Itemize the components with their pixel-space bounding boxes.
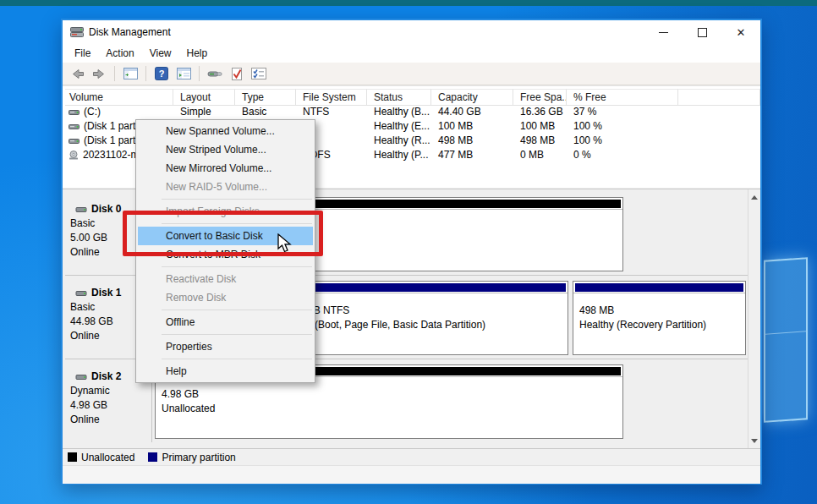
menu-item-new-raid5-volume: New RAID-5 Volume... <box>138 178 313 196</box>
menu-item-properties[interactable]: Properties <box>138 337 313 356</box>
menu-file[interactable]: File <box>67 45 98 62</box>
disk-1-partition-recovery[interactable]: 498 MB Healthy (Recovery Partition) <box>573 281 746 355</box>
volume-free-space: 498 MB <box>513 134 567 148</box>
drive-icon <box>75 205 87 214</box>
minimize-button[interactable] <box>644 20 683 44</box>
menu-separator <box>162 199 312 200</box>
column-header-layout[interactable]: Layout <box>173 89 235 106</box>
minimize-icon <box>659 32 668 33</box>
device-properties-button[interactable] <box>206 65 224 83</box>
menu-item-offline[interactable]: Offline <box>138 313 313 331</box>
menu-separator <box>162 266 312 267</box>
menu-item-new-spanned-volume[interactable]: New Spanned Volume... <box>138 122 313 140</box>
menu-action[interactable]: Action <box>98 45 141 62</box>
volume-pct-free: 37 % <box>567 105 678 119</box>
volume-capacity: 498 MB <box>431 134 513 148</box>
forward-icon <box>92 68 107 79</box>
volume-status: Healthy (R... <box>367 134 431 148</box>
primary-partition-swatch <box>148 452 157 462</box>
back-button[interactable] <box>68 65 86 83</box>
show-action-pane-button[interactable] <box>174 65 193 83</box>
column-header-pct-free[interactable]: % Free <box>567 89 678 106</box>
task-list-button[interactable] <box>249 65 268 83</box>
partition-size: 44.40 GB NTFS <box>277 304 568 318</box>
disk-management-app-icon <box>70 25 84 41</box>
legend-bar: Unallocated Primary partition <box>63 448 760 465</box>
help-icon: ? <box>155 67 168 80</box>
close-button[interactable]: ✕ <box>721 20 760 44</box>
console-tree-icon <box>123 68 138 79</box>
commit-check-button[interactable] <box>228 65 246 83</box>
column-header-file-system[interactable]: File System <box>296 89 367 106</box>
show-console-tree-button[interactable] <box>121 65 140 83</box>
drive-icon <box>69 123 80 131</box>
disk-name: Disk 0 <box>91 202 121 216</box>
primary-partition-band <box>273 283 566 292</box>
title-bar[interactable]: Disk Management ✕ <box>63 20 760 44</box>
menu-separator <box>162 334 312 335</box>
menu-bar: File Action View Help <box>63 44 760 63</box>
column-header-volume[interactable]: Volume <box>65 89 173 106</box>
volume-free-space: 100 MB <box>513 119 567 134</box>
partition-size: 4.98 GB <box>162 387 622 402</box>
column-header-free-space[interactable]: Free Spa... <box>513 89 567 106</box>
partition-status: Unallocated <box>162 402 622 416</box>
forward-button[interactable] <box>90 65 108 83</box>
menu-view[interactable]: View <box>142 45 179 62</box>
vertical-scrollbar[interactable] <box>748 189 760 448</box>
disk-status: Online <box>70 413 151 427</box>
volume-name: (C:) <box>84 105 101 119</box>
menu-item-new-striped-volume[interactable]: New Striped Volume... <box>138 140 313 159</box>
toolbar-separator <box>145 66 146 81</box>
column-header-blank <box>678 89 760 106</box>
partition-status: Healthy (Boot, Page File, Basic Data Par… <box>277 318 568 332</box>
legend-label: Unallocated <box>81 452 134 463</box>
primary-partition-band <box>575 283 743 292</box>
volume-status: Healthy (E... <box>367 119 431 134</box>
volume-name: (Disk 1 parti <box>84 119 138 134</box>
task-list-icon <box>251 68 266 79</box>
volume-name: (Disk 1 parti <box>84 134 138 148</box>
close-icon: ✕ <box>737 27 746 38</box>
drive-icon <box>69 108 80 117</box>
menu-item-new-mirrored-volume[interactable]: New Mirrored Volume... <box>138 159 313 178</box>
volume-pct-free: 0 % <box>567 148 678 162</box>
volume-layout: Simple <box>173 105 235 119</box>
drive-icon <box>75 289 87 298</box>
column-header-capacity[interactable]: Capacity <box>431 89 513 106</box>
partition-size: 498 MB <box>579 304 745 318</box>
legend-label: Primary partition <box>162 452 235 463</box>
commit-check-icon <box>231 67 243 81</box>
legend-primary-partition: Primary partition <box>148 452 235 463</box>
column-header-type[interactable]: Type <box>235 89 296 106</box>
volume-free-space: 16.36 GB <box>513 105 567 119</box>
disk-management-window: Disk Management ✕ File Action View Help <box>61 19 762 485</box>
volume-type: Basic <box>235 105 296 119</box>
volume-capacity: 477 MB <box>431 148 513 162</box>
volume-list-header: Volume Layout Type File System Status Ca… <box>65 89 760 104</box>
drive-icon <box>75 373 87 381</box>
volume-capacity: 44.40 GB <box>431 105 513 119</box>
mouse-cursor <box>277 233 295 257</box>
help-button[interactable]: ? <box>152 65 171 83</box>
menu-item-reactivate-disk: Reactivate Disk <box>138 270 313 288</box>
windows-logo-pane <box>764 257 808 423</box>
device-properties-icon <box>207 68 222 79</box>
volume-row-c[interactable]: (C:) Simple Basic NTFS Healthy (B... 44.… <box>65 105 760 119</box>
menu-item-help[interactable]: Help <box>138 362 313 381</box>
scroll-down-icon[interactable] <box>748 434 760 447</box>
partition-status: Healthy (Recovery Partition) <box>579 318 745 332</box>
scroll-up-icon[interactable] <box>748 190 760 204</box>
column-header-status[interactable]: Status <box>367 89 431 106</box>
window-title: Disk Management <box>89 26 171 38</box>
volume-file-system: NTFS <box>296 105 367 119</box>
wallpaper-top-band <box>0 0 817 6</box>
menu-help[interactable]: Help <box>179 45 216 62</box>
menu-separator <box>162 359 312 359</box>
volume-free-space: 0 MB <box>513 148 567 162</box>
unallocated-swatch <box>68 452 77 462</box>
maximize-button[interactable] <box>683 20 721 44</box>
toolbar-separator <box>199 66 200 81</box>
action-pane-icon <box>177 68 191 79</box>
volume-status: Healthy (B... <box>367 105 431 119</box>
